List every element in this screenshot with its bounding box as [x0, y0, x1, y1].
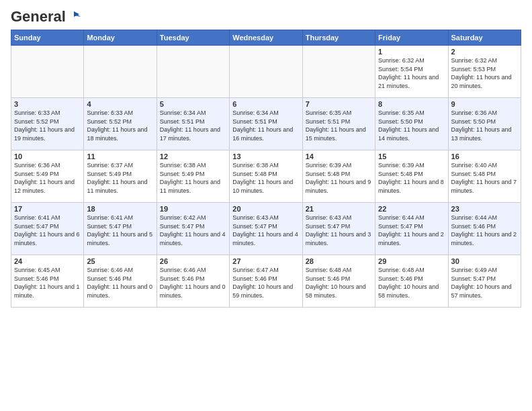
- calendar-cell: 24Sunrise: 6:45 AM Sunset: 5:46 PM Dayli…: [11, 255, 84, 308]
- day-number: 2: [451, 48, 518, 56]
- day-number: 24: [14, 257, 81, 265]
- day-number: 3: [14, 100, 81, 108]
- day-number: 13: [232, 152, 299, 161]
- day-number: 9: [451, 100, 518, 108]
- calendar-cell: 1Sunrise: 6:32 AM Sunset: 5:54 PM Daylig…: [375, 46, 448, 98]
- calendar-cell: 21Sunrise: 6:43 AM Sunset: 5:47 PM Dayli…: [302, 203, 375, 255]
- day-number: 20: [232, 205, 299, 213]
- weekday-header-thursday: Thursday: [302, 30, 375, 46]
- calendar-table: SundayMondayTuesdayWednesdayThursdayFrid…: [11, 30, 521, 308]
- day-number: 17: [14, 205, 81, 213]
- calendar-cell: 29Sunrise: 6:48 AM Sunset: 5:46 PM Dayli…: [375, 255, 448, 308]
- calendar-cell: 27Sunrise: 6:47 AM Sunset: 5:46 PM Dayli…: [230, 255, 302, 308]
- day-number: 8: [378, 100, 445, 108]
- calendar-cell: 4Sunrise: 6:33 AM Sunset: 5:52 PM Daylig…: [84, 98, 157, 150]
- calendar-week-row: 10Sunrise: 6:36 AM Sunset: 5:49 PM Dayli…: [11, 150, 521, 203]
- day-info: Sunrise: 6:36 AM Sunset: 5:50 PM Dayligh…: [451, 109, 518, 142]
- calendar-cell: [157, 46, 229, 98]
- calendar-cell: 15Sunrise: 6:39 AM Sunset: 5:48 PM Dayli…: [375, 150, 448, 203]
- day-number: 27: [232, 257, 299, 265]
- calendar-cell: 12Sunrise: 6:38 AM Sunset: 5:49 PM Dayli…: [157, 150, 229, 203]
- calendar-cell: 2Sunrise: 6:32 AM Sunset: 5:53 PM Daylig…: [448, 46, 521, 98]
- calendar-cell: [230, 46, 302, 98]
- calendar-container: General SundayMondayTuesdayWednesdayThur…: [0, 0, 532, 313]
- calendar-cell: 30Sunrise: 6:49 AM Sunset: 5:47 PM Dayli…: [448, 255, 521, 308]
- calendar-cell: 11Sunrise: 6:37 AM Sunset: 5:49 PM Dayli…: [84, 150, 157, 203]
- day-info: Sunrise: 6:43 AM Sunset: 5:47 PM Dayligh…: [306, 214, 372, 247]
- calendar-week-row: 1Sunrise: 6:32 AM Sunset: 5:54 PM Daylig…: [11, 46, 521, 98]
- day-info: Sunrise: 6:36 AM Sunset: 5:49 PM Dayligh…: [14, 161, 81, 195]
- day-number: 21: [306, 205, 372, 213]
- calendar-cell: 18Sunrise: 6:41 AM Sunset: 5:47 PM Dayli…: [84, 203, 157, 255]
- calendar-week-row: 24Sunrise: 6:45 AM Sunset: 5:46 PM Dayli…: [11, 255, 521, 308]
- day-info: Sunrise: 6:45 AM Sunset: 5:46 PM Dayligh…: [14, 266, 81, 300]
- day-info: Sunrise: 6:44 AM Sunset: 5:47 PM Dayligh…: [378, 214, 445, 247]
- logo-bird-icon: [67, 10, 81, 24]
- weekday-header-saturday: Saturday: [448, 30, 521, 46]
- weekday-header-friday: Friday: [375, 30, 448, 46]
- calendar-cell: 9Sunrise: 6:36 AM Sunset: 5:50 PM Daylig…: [448, 98, 521, 150]
- day-info: Sunrise: 6:37 AM Sunset: 5:49 PM Dayligh…: [87, 161, 153, 195]
- day-info: Sunrise: 6:33 AM Sunset: 5:52 PM Dayligh…: [14, 109, 81, 142]
- calendar-week-row: 3Sunrise: 6:33 AM Sunset: 5:52 PM Daylig…: [11, 98, 521, 150]
- day-info: Sunrise: 6:38 AM Sunset: 5:49 PM Dayligh…: [160, 161, 226, 195]
- day-info: Sunrise: 6:34 AM Sunset: 5:51 PM Dayligh…: [232, 109, 299, 142]
- day-info: Sunrise: 6:49 AM Sunset: 5:47 PM Dayligh…: [451, 266, 518, 300]
- weekday-header-wednesday: Wednesday: [230, 30, 302, 46]
- day-info: Sunrise: 6:32 AM Sunset: 5:53 PM Dayligh…: [451, 56, 518, 90]
- calendar-cell: 28Sunrise: 6:48 AM Sunset: 5:46 PM Dayli…: [302, 255, 375, 308]
- day-info: Sunrise: 6:41 AM Sunset: 5:47 PM Dayligh…: [14, 214, 81, 247]
- calendar-cell: 22Sunrise: 6:44 AM Sunset: 5:47 PM Dayli…: [375, 203, 448, 255]
- day-number: 11: [87, 152, 153, 161]
- day-number: 6: [232, 100, 299, 108]
- calendar-week-row: 17Sunrise: 6:41 AM Sunset: 5:47 PM Dayli…: [11, 203, 521, 255]
- calendar-cell: 7Sunrise: 6:35 AM Sunset: 5:51 PM Daylig…: [302, 98, 375, 150]
- weekday-header-row: SundayMondayTuesdayWednesdayThursdayFrid…: [11, 30, 521, 46]
- day-number: 12: [160, 152, 226, 161]
- day-info: Sunrise: 6:42 AM Sunset: 5:47 PM Dayligh…: [160, 214, 226, 247]
- calendar-cell: [11, 46, 84, 98]
- day-number: 23: [451, 205, 518, 213]
- day-info: Sunrise: 6:35 AM Sunset: 5:51 PM Dayligh…: [306, 109, 372, 142]
- weekday-header-tuesday: Tuesday: [157, 30, 229, 46]
- day-number: 26: [160, 257, 226, 265]
- day-number: 16: [451, 152, 518, 161]
- day-info: Sunrise: 6:47 AM Sunset: 5:46 PM Dayligh…: [232, 266, 299, 300]
- calendar-cell: 23Sunrise: 6:44 AM Sunset: 5:46 PM Dayli…: [448, 203, 521, 255]
- day-number: 30: [451, 257, 518, 265]
- day-number: 10: [14, 152, 81, 161]
- day-info: Sunrise: 6:38 AM Sunset: 5:48 PM Dayligh…: [232, 161, 299, 195]
- day-info: Sunrise: 6:48 AM Sunset: 5:46 PM Dayligh…: [378, 266, 445, 300]
- weekday-header-sunday: Sunday: [11, 30, 84, 46]
- day-info: Sunrise: 6:34 AM Sunset: 5:51 PM Dayligh…: [160, 109, 226, 142]
- day-number: 22: [378, 205, 445, 213]
- day-number: 19: [160, 205, 226, 213]
- day-number: 25: [87, 257, 153, 265]
- day-info: Sunrise: 6:35 AM Sunset: 5:50 PM Dayligh…: [378, 109, 445, 142]
- day-info: Sunrise: 6:43 AM Sunset: 5:47 PM Dayligh…: [232, 214, 299, 247]
- calendar-cell: 14Sunrise: 6:39 AM Sunset: 5:48 PM Dayli…: [302, 150, 375, 203]
- day-number: 5: [160, 100, 226, 108]
- logo: General: [11, 8, 81, 23]
- calendar-cell: 3Sunrise: 6:33 AM Sunset: 5:52 PM Daylig…: [11, 98, 84, 150]
- calendar-cell: 5Sunrise: 6:34 AM Sunset: 5:51 PM Daylig…: [157, 98, 229, 150]
- day-info: Sunrise: 6:44 AM Sunset: 5:46 PM Dayligh…: [451, 214, 518, 247]
- day-number: 29: [378, 257, 445, 265]
- calendar-cell: 26Sunrise: 6:46 AM Sunset: 5:46 PM Dayli…: [157, 255, 229, 308]
- day-info: Sunrise: 6:46 AM Sunset: 5:46 PM Dayligh…: [160, 266, 226, 300]
- day-info: Sunrise: 6:32 AM Sunset: 5:54 PM Dayligh…: [378, 56, 445, 90]
- weekday-header-monday: Monday: [84, 30, 157, 46]
- calendar-cell: [302, 46, 375, 98]
- day-number: 7: [306, 100, 372, 108]
- day-number: 4: [87, 100, 153, 108]
- calendar-header: General: [11, 8, 521, 23]
- calendar-cell: 25Sunrise: 6:46 AM Sunset: 5:46 PM Dayli…: [84, 255, 157, 308]
- calendar-cell: 20Sunrise: 6:43 AM Sunset: 5:47 PM Dayli…: [230, 203, 302, 255]
- calendar-cell: 10Sunrise: 6:36 AM Sunset: 5:49 PM Dayli…: [11, 150, 84, 203]
- day-info: Sunrise: 6:48 AM Sunset: 5:46 PM Dayligh…: [306, 266, 372, 300]
- day-number: 1: [378, 48, 445, 56]
- day-info: Sunrise: 6:41 AM Sunset: 5:47 PM Dayligh…: [87, 214, 153, 247]
- day-number: 28: [306, 257, 372, 265]
- day-number: 15: [378, 152, 445, 161]
- day-info: Sunrise: 6:39 AM Sunset: 5:48 PM Dayligh…: [306, 161, 372, 195]
